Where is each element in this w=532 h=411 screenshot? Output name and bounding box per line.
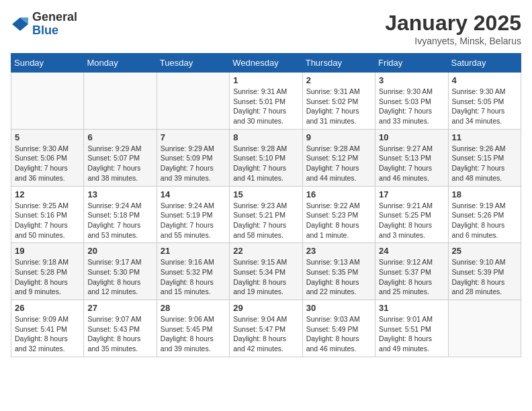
day-cell: 30Sunrise: 9:03 AM Sunset: 5:49 PM Dayli…	[302, 300, 375, 357]
day-number: 27	[87, 303, 152, 313]
day-number: 1	[233, 75, 298, 85]
day-number: 19	[15, 246, 80, 256]
day-cell: 7Sunrise: 9:29 AM Sunset: 5:09 PM Daylig…	[157, 129, 229, 186]
day-cell	[448, 300, 521, 357]
day-number: 28	[161, 303, 226, 313]
page-header: General Blue January 2025 Ivyanyets, Min…	[11, 11, 521, 46]
day-cell: 25Sunrise: 9:10 AM Sunset: 5:39 PM Dayli…	[448, 243, 521, 300]
week-row-3: 12Sunrise: 9:25 AM Sunset: 5:16 PM Dayli…	[11, 186, 521, 243]
day-info: Sunrise: 9:31 AM Sunset: 5:01 PM Dayligh…	[233, 87, 298, 126]
day-info: Sunrise: 9:28 AM Sunset: 5:12 PM Dayligh…	[306, 144, 371, 183]
location: Ivyanyets, Minsk, Belarus	[385, 36, 521, 46]
day-cell: 2Sunrise: 9:31 AM Sunset: 5:02 PM Daylig…	[302, 73, 375, 130]
day-number: 11	[452, 132, 517, 142]
week-row-2: 5Sunrise: 9:30 AM Sunset: 5:06 PM Daylig…	[11, 129, 521, 186]
day-info: Sunrise: 9:31 AM Sunset: 5:02 PM Dayligh…	[306, 87, 371, 126]
day-cell	[84, 73, 157, 130]
day-number: 8	[233, 132, 298, 142]
calendar-table: SundayMondayTuesdayWednesdayThursdayFrid…	[11, 53, 521, 357]
day-cell: 16Sunrise: 9:22 AM Sunset: 5:23 PM Dayli…	[302, 186, 375, 243]
weekday-header-row: SundayMondayTuesdayWednesdayThursdayFrid…	[11, 54, 521, 73]
day-cell: 10Sunrise: 9:27 AM Sunset: 5:13 PM Dayli…	[375, 129, 448, 186]
logo-blue-text: Blue	[32, 24, 77, 38]
day-number: 25	[452, 246, 517, 256]
day-number: 2	[306, 75, 371, 85]
day-number: 13	[87, 189, 152, 199]
day-cell: 24Sunrise: 9:12 AM Sunset: 5:37 PM Dayli…	[375, 243, 448, 300]
day-cell: 22Sunrise: 9:15 AM Sunset: 5:34 PM Dayli…	[230, 243, 302, 300]
day-number: 5	[15, 132, 80, 142]
day-info: Sunrise: 9:17 AM Sunset: 5:30 PM Dayligh…	[87, 257, 152, 297]
title-block: January 2025 Ivyanyets, Minsk, Belarus	[385, 11, 521, 46]
day-info: Sunrise: 9:29 AM Sunset: 5:09 PM Dayligh…	[161, 144, 226, 183]
day-info: Sunrise: 9:10 AM Sunset: 5:39 PM Dayligh…	[452, 257, 517, 297]
day-number: 24	[379, 246, 444, 256]
day-info: Sunrise: 9:21 AM Sunset: 5:25 PM Dayligh…	[379, 201, 444, 240]
day-info: Sunrise: 9:12 AM Sunset: 5:37 PM Dayligh…	[379, 257, 444, 297]
month-title: January 2025	[385, 11, 521, 36]
day-number: 6	[87, 132, 152, 142]
week-row-5: 26Sunrise: 9:09 AM Sunset: 5:41 PM Dayli…	[11, 300, 521, 357]
day-cell: 6Sunrise: 9:29 AM Sunset: 5:07 PM Daylig…	[84, 129, 157, 186]
day-cell: 23Sunrise: 9:13 AM Sunset: 5:35 PM Dayli…	[302, 243, 375, 300]
day-cell: 21Sunrise: 9:16 AM Sunset: 5:32 PM Dayli…	[157, 243, 229, 300]
day-number: 30	[306, 303, 371, 313]
day-number: 18	[452, 189, 517, 199]
day-cell: 15Sunrise: 9:23 AM Sunset: 5:21 PM Dayli…	[230, 186, 302, 243]
day-info: Sunrise: 9:30 AM Sunset: 5:05 PM Dayligh…	[452, 87, 517, 126]
day-number: 12	[15, 189, 80, 199]
day-cell: 29Sunrise: 9:04 AM Sunset: 5:47 PM Dayli…	[230, 300, 302, 357]
day-cell: 27Sunrise: 9:07 AM Sunset: 5:43 PM Dayli…	[84, 300, 157, 357]
day-info: Sunrise: 9:01 AM Sunset: 5:51 PM Dayligh…	[379, 314, 444, 354]
day-cell: 18Sunrise: 9:19 AM Sunset: 5:26 PM Dayli…	[448, 186, 521, 243]
day-number: 17	[379, 189, 444, 199]
day-cell: 13Sunrise: 9:24 AM Sunset: 5:18 PM Dayli…	[84, 186, 157, 243]
day-cell	[11, 73, 84, 130]
day-cell: 3Sunrise: 9:30 AM Sunset: 5:03 PM Daylig…	[375, 73, 448, 130]
day-info: Sunrise: 9:24 AM Sunset: 5:19 PM Dayligh…	[161, 201, 226, 240]
weekday-header-sunday: Sunday	[11, 54, 84, 73]
day-number: 26	[15, 303, 80, 313]
day-info: Sunrise: 9:30 AM Sunset: 5:06 PM Dayligh…	[15, 144, 80, 183]
weekday-header-friday: Friday	[375, 54, 448, 73]
day-number: 22	[233, 246, 298, 256]
day-info: Sunrise: 9:04 AM Sunset: 5:47 PM Dayligh…	[233, 314, 298, 354]
weekday-header-thursday: Thursday	[302, 54, 375, 73]
day-cell: 17Sunrise: 9:21 AM Sunset: 5:25 PM Dayli…	[375, 186, 448, 243]
day-info: Sunrise: 9:24 AM Sunset: 5:18 PM Dayligh…	[87, 201, 152, 240]
day-number: 3	[379, 75, 444, 85]
day-cell: 1Sunrise: 9:31 AM Sunset: 5:01 PM Daylig…	[230, 73, 302, 130]
day-info: Sunrise: 9:07 AM Sunset: 5:43 PM Dayligh…	[87, 314, 152, 354]
day-number: 16	[306, 189, 371, 199]
day-info: Sunrise: 9:13 AM Sunset: 5:35 PM Dayligh…	[306, 257, 371, 297]
day-info: Sunrise: 9:03 AM Sunset: 5:49 PM Dayligh…	[306, 314, 371, 354]
day-number: 10	[379, 132, 444, 142]
day-cell: 8Sunrise: 9:28 AM Sunset: 5:10 PM Daylig…	[230, 129, 302, 186]
day-cell: 26Sunrise: 9:09 AM Sunset: 5:41 PM Dayli…	[11, 300, 84, 357]
day-number: 31	[379, 303, 444, 313]
day-info: Sunrise: 9:30 AM Sunset: 5:03 PM Dayligh…	[379, 87, 444, 126]
day-info: Sunrise: 9:23 AM Sunset: 5:21 PM Dayligh…	[233, 201, 298, 240]
day-info: Sunrise: 9:16 AM Sunset: 5:32 PM Dayligh…	[161, 257, 226, 297]
day-cell: 5Sunrise: 9:30 AM Sunset: 5:06 PM Daylig…	[11, 129, 84, 186]
day-number: 4	[452, 75, 517, 85]
day-cell	[157, 73, 229, 130]
day-number: 29	[233, 303, 298, 313]
day-info: Sunrise: 9:28 AM Sunset: 5:10 PM Dayligh…	[233, 144, 298, 183]
logo: General Blue	[11, 11, 77, 38]
day-info: Sunrise: 9:25 AM Sunset: 5:16 PM Dayligh…	[15, 201, 80, 240]
week-row-1: 1Sunrise: 9:31 AM Sunset: 5:01 PM Daylig…	[11, 73, 521, 130]
logo-text: General Blue	[32, 11, 77, 38]
day-number: 15	[233, 189, 298, 199]
day-cell: 19Sunrise: 9:18 AM Sunset: 5:28 PM Dayli…	[11, 243, 84, 300]
day-info: Sunrise: 9:27 AM Sunset: 5:13 PM Dayligh…	[379, 144, 444, 183]
day-info: Sunrise: 9:26 AM Sunset: 5:15 PM Dayligh…	[452, 144, 517, 183]
day-info: Sunrise: 9:06 AM Sunset: 5:45 PM Dayligh…	[161, 314, 226, 354]
day-info: Sunrise: 9:09 AM Sunset: 5:41 PM Dayligh…	[15, 314, 80, 354]
day-cell: 12Sunrise: 9:25 AM Sunset: 5:16 PM Dayli…	[11, 186, 84, 243]
day-number: 21	[161, 246, 226, 256]
logo-icon	[11, 15, 30, 34]
day-cell: 9Sunrise: 9:28 AM Sunset: 5:12 PM Daylig…	[302, 129, 375, 186]
day-cell: 4Sunrise: 9:30 AM Sunset: 5:05 PM Daylig…	[448, 73, 521, 130]
day-cell: 31Sunrise: 9:01 AM Sunset: 5:51 PM Dayli…	[375, 300, 448, 357]
